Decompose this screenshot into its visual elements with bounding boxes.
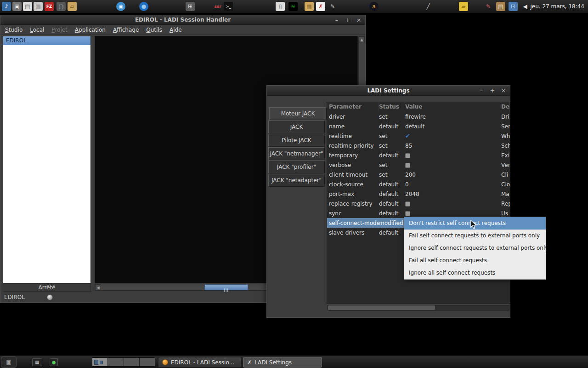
- desc-cell: Dri: [501, 114, 510, 120]
- workspace-4[interactable]: [140, 358, 155, 366]
- sidebar-item-edirol[interactable]: EDIROL: [3, 36, 90, 45]
- tab-jack-netadapter[interactable]: JACK "netadapter": [268, 174, 325, 187]
- status-applet-icon[interactable]: ●: [50, 358, 58, 366]
- settings-titlebar[interactable]: LADI Settings – + ×: [267, 86, 510, 96]
- tab-jack-netmanager[interactable]: JACK "netmanager": [268, 147, 325, 160]
- close-icon[interactable]: ×: [355, 15, 362, 25]
- value-cell[interactable]: firewire: [405, 114, 501, 120]
- hscroll-thumb[interactable]: [328, 305, 435, 310]
- value-cell[interactable]: [405, 210, 501, 217]
- dropdown-item[interactable]: Fail self connect requests to external p…: [404, 230, 546, 242]
- terminal-icon[interactable]: >_: [224, 2, 233, 11]
- table-row[interactable]: clock-source default 0 Clo: [327, 179, 510, 189]
- folder-icon[interactable]: ▰: [459, 2, 468, 11]
- scroll-left-icon[interactable]: ◀: [95, 284, 101, 290]
- table-hscrollbar[interactable]: [328, 305, 509, 310]
- workspace-3[interactable]: [124, 358, 140, 366]
- dropdown-item[interactable]: Ignore self connect requests to external…: [404, 242, 546, 254]
- notes-icon[interactable]: ▥: [34, 2, 43, 11]
- clipboard-icon[interactable]: ▤: [496, 2, 505, 11]
- taskbar: ▣ ▦ ● EDIROL - LADI Sessio... ✗ LADI Set…: [0, 355, 588, 368]
- tab-pilote-jack[interactable]: Pilote JACK: [268, 134, 325, 147]
- brush-icon[interactable]: ╱: [424, 2, 433, 11]
- menu-studio[interactable]: Studio: [1, 25, 26, 35]
- menu-aide[interactable]: Aide: [166, 25, 186, 35]
- clock[interactable]: jeu. 27 mars, 18:44: [531, 0, 584, 13]
- table-row[interactable]: temporary default Exi: [327, 150, 510, 160]
- param-cell: slave-drivers: [327, 230, 379, 236]
- tab-moteur-jack[interactable]: Moteur JACK: [269, 107, 327, 120]
- tab-jack-audioadapter[interactable]: JACK "audioadapter": [268, 121, 325, 133]
- window-list-icon[interactable]: ▣: [12, 2, 22, 11]
- table-row[interactable]: name default default Ser: [327, 121, 510, 131]
- amarok-icon[interactable]: a: [369, 2, 379, 11]
- document-close-icon[interactable]: ✗: [316, 2, 325, 11]
- show-desktop-button[interactable]: ▣: [1, 356, 17, 368]
- value-cell[interactable]: default: [405, 123, 501, 130]
- text-editor-icon[interactable]: ▤: [23, 2, 32, 11]
- taskbar-button-session[interactable]: EDIROL - LADI Sessio...: [158, 357, 242, 368]
- volume-icon[interactable]: ◀: [520, 2, 530, 11]
- device-icon[interactable]: ▯: [276, 2, 285, 11]
- checkbox-unchecked[interactable]: [405, 153, 410, 158]
- session-titlebar[interactable]: EDIROL - LADI Session Handler – + ×: [0, 15, 365, 25]
- checkbox-unchecked[interactable]: [405, 201, 410, 207]
- table-row[interactable]: port-max default 2048 Ma: [327, 189, 510, 199]
- scroll-up-icon[interactable]: ▲: [359, 36, 365, 42]
- table-row[interactable]: replace-registry default Rep: [327, 199, 510, 208]
- globe-icon[interactable]: ◉: [116, 2, 125, 11]
- scope-icon[interactable]: ≈: [288, 2, 298, 11]
- workspace-2[interactable]: [108, 358, 124, 366]
- pen-icon[interactable]: ✎: [328, 2, 337, 11]
- browser-icon[interactable]: ●: [139, 2, 148, 11]
- minimize-icon[interactable]: –: [333, 15, 340, 25]
- dropdown-item[interactable]: Fail all self connect requests: [404, 254, 546, 267]
- windows-icon[interactable]: ⊡: [509, 2, 518, 11]
- status-text: Arrêté: [3, 283, 91, 292]
- hscroll-thumb[interactable]: |||: [204, 284, 248, 290]
- menu-application[interactable]: Application: [71, 25, 109, 35]
- table-row[interactable]: realtime set ✔ Wh: [327, 131, 510, 141]
- menu-local[interactable]: Local: [26, 25, 48, 35]
- dropdown-item[interactable]: Ignore all self connect requests: [404, 267, 546, 279]
- table-row[interactable]: verbose set Ver: [327, 160, 510, 170]
- jack-icon[interactable]: ♪: [2, 2, 11, 11]
- table-row[interactable]: driver set firewire Dri: [327, 112, 510, 121]
- value-cell[interactable]: 200: [405, 172, 501, 178]
- value-cell[interactable]: 2048: [405, 191, 501, 197]
- value-cell[interactable]: [405, 152, 501, 159]
- checkbox-unchecked[interactable]: [405, 211, 410, 216]
- value-cell[interactable]: [405, 201, 501, 207]
- param-cell: self-connect-mode: [327, 220, 379, 226]
- status-cell: default: [379, 210, 405, 217]
- value-cell[interactable]: 85: [405, 143, 501, 149]
- workspace-switcher[interactable]: [92, 357, 155, 367]
- edirol-app-icon: [162, 359, 168, 365]
- filezilla-icon[interactable]: FZ: [45, 2, 54, 11]
- file-manager-icon[interactable]: ▱: [68, 2, 77, 11]
- menu-outils[interactable]: Outils: [142, 25, 166, 35]
- checkbox-checked-icon[interactable]: ✔: [405, 132, 410, 139]
- tab-jack-profiler[interactable]: JACK "profiler": [268, 161, 325, 173]
- minimize-icon[interactable]: –: [478, 86, 485, 95]
- keyboard-icon[interactable]: ▦: [32, 358, 42, 366]
- checkbox-unchecked[interactable]: [405, 163, 410, 168]
- ssr-icon[interactable]: ssr: [213, 2, 222, 11]
- close-icon[interactable]: ×: [500, 86, 507, 95]
- taskbar-button-settings[interactable]: ✗ LADI Settings: [243, 357, 322, 368]
- network-icon[interactable]: ⊞: [186, 2, 195, 11]
- value-cell[interactable]: 0: [405, 181, 501, 188]
- session-window-title: EDIROL - LADI Session Handler: [0, 15, 365, 25]
- workspace-1[interactable]: [92, 358, 108, 366]
- value-cell[interactable]: ✔: [405, 132, 501, 139]
- package-icon[interactable]: ▦: [305, 2, 314, 11]
- computer-icon[interactable]: ▢: [57, 2, 66, 11]
- pencil-icon[interactable]: ✎: [484, 2, 493, 11]
- maximize-icon[interactable]: +: [489, 86, 496, 95]
- maximize-icon[interactable]: +: [344, 15, 351, 25]
- table-row[interactable]: client-timeout set 200 Cli: [327, 170, 510, 179]
- status-cell: default: [379, 123, 405, 130]
- menu-affichage[interactable]: Affichage: [109, 25, 142, 35]
- table-row[interactable]: realtime-priority set 85 Sch: [327, 141, 510, 150]
- value-cell[interactable]: [405, 162, 501, 168]
